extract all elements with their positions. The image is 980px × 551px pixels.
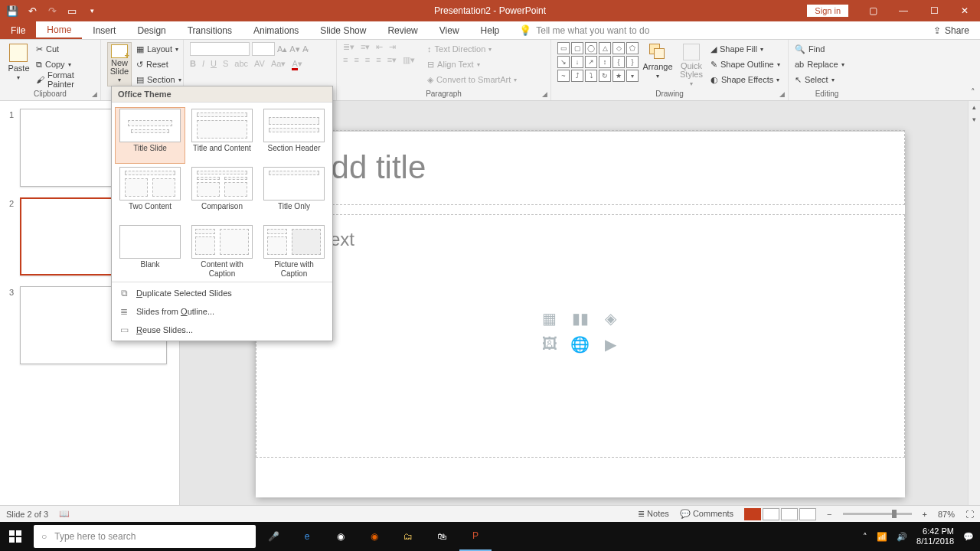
layout-button[interactable]: ▦Layout▾ <box>136 42 181 56</box>
collapse-ribbon-icon[interactable]: ˄ <box>971 87 975 97</box>
qat-customize-icon[interactable]: ▾ <box>86 5 98 17</box>
chrome-icon[interactable]: ◉ <box>325 522 357 551</box>
volume-icon[interactable]: 🔊 <box>897 532 907 542</box>
scroll-down-icon[interactable]: ▾ <box>969 113 980 126</box>
store-icon[interactable]: 🛍 <box>426 522 458 551</box>
format-painter-button[interactable]: 🖌Format Painter <box>36 73 94 86</box>
layout-comparison[interactable]: Comparison <box>187 165 257 222</box>
layout-two-content[interactable]: Two Content <box>115 165 185 222</box>
underline-button[interactable]: U <box>211 59 217 69</box>
clear-format-icon[interactable]: A̶ <box>302 42 309 56</box>
tab-design[interactable]: Design <box>126 21 176 39</box>
font-name-input[interactable] <box>190 42 250 56</box>
sign-in-button[interactable]: Sign in <box>807 5 848 17</box>
tab-home[interactable]: Home <box>36 21 82 39</box>
zoom-out-button[interactable]: − <box>827 510 831 519</box>
text-direction-button[interactable]: ↕Text Direction▾ <box>427 42 517 56</box>
firefox-icon[interactable]: ◉ <box>358 522 390 551</box>
dialog-launcher-icon[interactable]: ◢ <box>92 90 97 98</box>
quick-styles-button[interactable]: Quick Styles▾ <box>677 42 706 87</box>
layout-picture-caption[interactable]: Picture with Caption <box>259 223 329 280</box>
shapes-gallery[interactable]: ▭▢◯△◇⬠ ↘↓↗↕{} ~⤴⤵↻★▾ <box>557 42 639 87</box>
powerpoint-taskbar-icon[interactable]: P <box>459 522 492 551</box>
shape-fill-button[interactable]: ◢Shape Fill▾ <box>710 42 780 56</box>
normal-view-button[interactable] <box>744 508 761 520</box>
zoom-level[interactable]: 87% <box>938 510 955 519</box>
content-placeholder[interactable]: • add text ▦ ▮▮ ◈ 🖼 🌐 ▶ <box>256 214 905 458</box>
reset-button[interactable]: ↺Reset <box>136 57 181 71</box>
cut-button[interactable]: ✂Cut <box>36 42 94 56</box>
start-button[interactable] <box>0 522 31 551</box>
dialog-launcher-icon[interactable]: ◢ <box>779 90 785 98</box>
clock[interactable]: 6:42 PM8/11/2018 <box>916 527 954 546</box>
minimize-button[interactable]: — <box>888 0 919 21</box>
copy-button[interactable]: ⧉Copy▾ <box>36 57 94 71</box>
tab-slideshow[interactable]: Slide Show <box>309 21 377 39</box>
indent-button[interactable]: ⇥ <box>389 42 396 52</box>
insert-picture-icon[interactable]: 🖼 <box>537 334 563 355</box>
title-placeholder[interactable]: to add title <box>256 130 905 205</box>
align-text-button[interactable]: ⊟Align Text▾ <box>427 57 517 71</box>
paste-button[interactable]: Paste ▾ <box>6 42 31 86</box>
tray-up-icon[interactable]: ˄ <box>863 532 867 542</box>
outdent-button[interactable]: ⇤ <box>376 42 383 52</box>
tab-transitions[interactable]: Transitions <box>177 21 243 39</box>
insert-online-pic-icon[interactable]: 🌐 <box>567 334 593 355</box>
insert-smartart-icon[interactable]: ◈ <box>598 308 624 329</box>
layout-title-slide[interactable]: Title Slide <box>115 107 185 164</box>
mic-icon[interactable]: 🎤 <box>257 522 289 551</box>
arrange-button[interactable]: Arrange▾ <box>643 42 672 87</box>
replace-button[interactable]: abReplace▾ <box>795 57 859 71</box>
font-color-button[interactable]: A▾ <box>292 59 302 69</box>
fit-to-window-button[interactable]: ⛶ <box>965 510 974 519</box>
section-button[interactable]: ▤Section▾ <box>136 73 181 86</box>
tab-view[interactable]: View <box>429 21 470 39</box>
redo-icon[interactable]: ↷ <box>46 5 58 17</box>
spellcheck-icon[interactable]: 📖 <box>59 509 70 519</box>
shape-effects-button[interactable]: ◐Shape Effects▾ <box>710 73 780 86</box>
layout-blank[interactable]: Blank <box>115 223 185 280</box>
shadow-button[interactable]: abc <box>234 59 248 69</box>
layout-title-and-content[interactable]: Title and Content <box>187 107 257 164</box>
ribbon-display-icon[interactable]: ▢ <box>858 0 888 21</box>
bullets-button[interactable]: ≣▾ <box>343 42 354 52</box>
align-left-button[interactable]: ≡ <box>343 55 348 65</box>
save-icon[interactable]: 💾 <box>6 5 18 17</box>
slide-canvas[interactable]: to add title • add text ▦ ▮▮ ◈ 🖼 🌐 ▶ <box>256 132 905 497</box>
close-button[interactable]: ✕ <box>949 0 980 21</box>
font-size-input[interactable] <box>252 42 275 56</box>
share-button[interactable]: ⇪Share <box>923 21 980 39</box>
insert-table-icon[interactable]: ▦ <box>537 308 563 329</box>
tab-review[interactable]: Review <box>377 21 428 39</box>
spacing-button[interactable]: AV <box>254 59 265 69</box>
duplicate-slides-item[interactable]: ⧉Duplicate Selected Slides <box>112 284 332 302</box>
comments-button[interactable]: 💬 Comments <box>680 509 733 519</box>
layout-section-header[interactable]: Section Header <box>259 107 329 164</box>
find-button[interactable]: 🔍Find <box>795 42 859 56</box>
undo-icon[interactable]: ↶ <box>26 5 38 17</box>
dialog-launcher-icon[interactable]: ◢ <box>542 90 547 98</box>
shape-outline-button[interactable]: ✎Shape Outline▾ <box>710 57 780 71</box>
case-button[interactable]: Aa▾ <box>271 59 286 69</box>
notes-button[interactable]: ≣ Notes <box>638 509 669 519</box>
network-icon[interactable]: 📶 <box>877 532 887 542</box>
vertical-scrollbar[interactable]: ▴ ▾ <box>968 101 980 505</box>
strike-button[interactable]: S <box>223 59 228 69</box>
zoom-in-button[interactable]: + <box>923 510 927 519</box>
explorer-icon[interactable]: 🗂 <box>392 522 424 551</box>
bold-button[interactable]: B <box>190 59 196 69</box>
tab-insert[interactable]: Insert <box>82 21 126 39</box>
sorter-view-button[interactable] <box>763 508 779 520</box>
justify-button[interactable]: ≡ <box>376 55 381 65</box>
notifications-icon[interactable]: 💬 <box>963 532 974 542</box>
align-center-button[interactable]: ≡ <box>354 55 358 65</box>
slides-from-outline-item[interactable]: ≣Slides from Outline... <box>112 302 332 321</box>
grow-font-icon[interactable]: A▴ <box>277 42 287 56</box>
align-right-button[interactable]: ≡ <box>365 55 370 65</box>
line-spacing-button[interactable]: ≡▾ <box>387 55 397 65</box>
edge-icon[interactable]: e <box>291 522 323 551</box>
tell-me-search[interactable]: 💡Tell me what you want to do <box>510 21 658 39</box>
scroll-up-icon[interactable]: ▴ <box>969 101 980 113</box>
layout-title-only[interactable]: Title Only <box>259 165 329 222</box>
convert-smartart-button[interactable]: ◈Convert to SmartArt▾ <box>427 73 517 86</box>
